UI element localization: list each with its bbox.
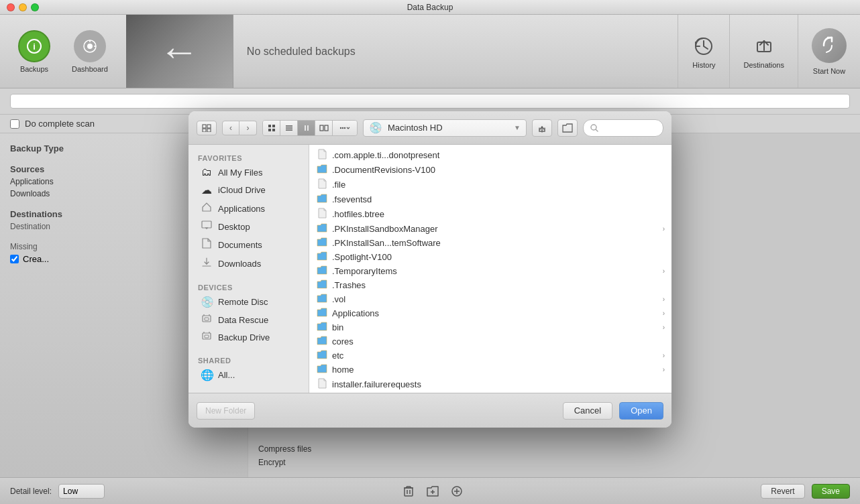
- compress-files-label: Compress files: [258, 444, 311, 454]
- share-button[interactable]: [532, 119, 552, 137]
- sidebar-item-downloads[interactable]: Downloads: [191, 254, 306, 273]
- view-list-button[interactable]: [280, 121, 298, 135]
- close-button[interactable]: [7, 3, 15, 11]
- file-item[interactable]: .DocumentRevisions-V100: [309, 163, 671, 177]
- file-name: .Spotlight-V100: [332, 252, 665, 262]
- downloads-icon: [201, 257, 213, 270]
- location-selector[interactable]: 💿 Macintosh HD ▼: [363, 119, 527, 137]
- open-button[interactable]: Open: [619, 402, 663, 420]
- file-item[interactable]: .PKInstallSandboxManager ›: [309, 222, 671, 236]
- all-shared-label: All...: [218, 370, 235, 380]
- file-search-input[interactable]: [602, 123, 655, 133]
- window-controls: [7, 3, 39, 11]
- file-icon: [316, 178, 328, 191]
- file-item[interactable]: .hotfiles.btree: [309, 206, 671, 222]
- sidebar-item-data-rescue[interactable]: Data Rescue: [191, 311, 306, 328]
- view-icon-button[interactable]: [263, 121, 280, 135]
- start-now-button[interactable]: Start Now: [798, 15, 860, 88]
- svg-rect-25: [268, 125, 271, 127]
- file-item[interactable]: etc ›: [309, 349, 671, 363]
- file-item[interactable]: .fseventsd: [309, 192, 671, 206]
- sidebar-item-desktop[interactable]: Desktop: [191, 218, 306, 235]
- folder-icon: [316, 164, 328, 176]
- sidebar-item-applications[interactable]: Applications: [191, 199, 306, 218]
- file-name: .fseventsd: [332, 194, 665, 204]
- search-input[interactable]: [10, 94, 850, 109]
- new-folder-toolbar-button[interactable]: [557, 119, 578, 137]
- view-column-button[interactable]: [298, 121, 315, 135]
- start-now-label: Start Now: [813, 67, 845, 75]
- nav-forward-button[interactable]: ›: [239, 121, 257, 135]
- sidebar-item-remote-disc[interactable]: 💿 Remote Disc: [191, 293, 306, 311]
- save-button[interactable]: Save: [812, 484, 850, 499]
- create-checkbox[interactable]: [10, 255, 19, 263]
- svg-rect-27: [268, 129, 271, 131]
- svg-rect-35: [325, 125, 328, 131]
- sidebar-item-icloud-drive[interactable]: ☁ iCloud Drive: [191, 181, 306, 199]
- file-item[interactable]: .PKInstallSan...temSoftware: [309, 236, 671, 250]
- history-button[interactable]: History: [678, 15, 730, 88]
- file-item[interactable]: installer.failurerequests: [309, 377, 671, 392]
- file-name: .vol: [332, 294, 659, 304]
- file-item[interactable]: Applications ›: [309, 306, 671, 320]
- file-item[interactable]: .file: [309, 177, 671, 192]
- icloud-label: iCloud Drive: [218, 185, 266, 195]
- sidebar-item-all-shared[interactable]: 🌐 All...: [191, 366, 306, 384]
- file-item[interactable]: .com.apple.ti...donotpresent: [309, 147, 671, 163]
- file-name: home: [332, 365, 659, 375]
- chevron-right-icon: ›: [663, 324, 665, 331]
- dashboard-button[interactable]: Dashboard: [64, 25, 116, 78]
- destinations-label: Destinations: [743, 61, 784, 69]
- maximize-button[interactable]: [31, 3, 39, 11]
- file-item[interactable]: .Spotlight-V100: [309, 250, 671, 264]
- svg-point-3: [87, 44, 93, 49]
- applications-val: Applications: [10, 177, 54, 186]
- delete-button[interactable]: [400, 483, 417, 500]
- svg-rect-23: [203, 129, 206, 132]
- file-item[interactable]: bin ›: [309, 320, 671, 334]
- desktop-icon: [201, 220, 213, 233]
- chevron-right-icon: ›: [663, 267, 665, 275]
- new-folder-button[interactable]: New Folder: [197, 402, 255, 420]
- folder-icon: [316, 279, 328, 291]
- logo-icon: ←: [159, 32, 199, 72]
- compress-encrypt-section: Compress files Encrypt: [258, 444, 850, 467]
- complete-scan-checkbox[interactable]: [10, 119, 19, 129]
- file-item[interactable]: .Trashes: [309, 278, 671, 292]
- file-item[interactable]: .vol ›: [309, 292, 671, 306]
- file-item[interactable]: .TemporaryItems ›: [309, 264, 671, 278]
- file-icon: [316, 208, 328, 220]
- minimize-button[interactable]: [19, 3, 27, 11]
- file-item[interactable]: cores: [309, 334, 671, 349]
- svg-rect-28: [272, 129, 275, 131]
- chevron-right-icon: ›: [663, 296, 665, 303]
- location-disk-icon: 💿: [369, 121, 382, 134]
- view-gallery-button[interactable]: [315, 121, 333, 135]
- nav-group: ‹ ›: [222, 121, 257, 135]
- sidebar-item-documents[interactable]: Documents: [191, 235, 306, 254]
- dialog-toolbar: ‹ ›: [189, 111, 671, 145]
- file-search-container: [583, 119, 663, 137]
- backup-drive-label: Backup Drive: [218, 332, 270, 342]
- preview-view-button[interactable]: [197, 121, 217, 135]
- svg-rect-51: [205, 335, 209, 338]
- all-my-files-icon: 🗂: [201, 166, 213, 178]
- view-more-button[interactable]: [333, 121, 357, 135]
- titlebar: Data Backup: [0, 0, 860, 15]
- add-button[interactable]: [448, 483, 466, 500]
- file-item[interactable]: home ›: [309, 363, 671, 377]
- file-name: cores: [332, 336, 665, 346]
- revert-button[interactable]: Revert: [761, 484, 804, 499]
- sidebar-item-all-my-files[interactable]: 🗂 All My Files: [191, 164, 306, 181]
- backups-icon: i: [18, 30, 50, 62]
- encrypt-label: Encrypt: [258, 458, 286, 467]
- sidebar-item-backup-drive[interactable]: Backup Drive: [191, 328, 306, 346]
- nav-back-button[interactable]: ‹: [222, 121, 239, 135]
- detail-level-select[interactable]: Low Medium High: [58, 484, 105, 499]
- all-shared-icon: 🌐: [201, 369, 213, 381]
- add-folder-button[interactable]: [424, 483, 441, 500]
- devices-header: Devices: [189, 281, 309, 293]
- backups-button[interactable]: i Backups: [10, 25, 58, 78]
- destinations-button[interactable]: Destinations: [730, 15, 798, 88]
- cancel-button[interactable]: Cancel: [563, 402, 612, 420]
